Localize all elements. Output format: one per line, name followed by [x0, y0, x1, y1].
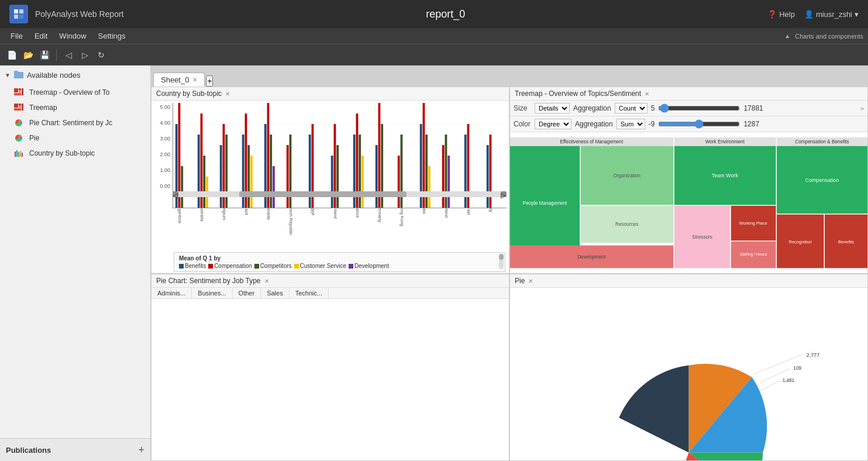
undo-forward-button[interactable]: ▷: [78, 48, 92, 62]
range1-max: 17881: [743, 104, 763, 112]
svg-rect-19: [16, 150, 18, 157]
cat-tab-technic[interactable]: Technic...: [290, 288, 329, 298]
help-icon: ❓: [767, 10, 777, 19]
sidebar-item-treemap[interactable]: Treemap: [0, 100, 150, 115]
svg-rect-60: [398, 156, 400, 208]
color-label: Color: [514, 120, 531, 128]
svg-rect-3: [19, 15, 23, 19]
y-axis: 5.00 4.00 3.00 2.00 1.00 0.00: [153, 103, 171, 190]
svg-rect-52: [336, 145, 339, 208]
pie-icon-2: [14, 134, 25, 142]
pie-panel-header: Pie ✕: [510, 274, 867, 288]
cat-tab-business[interactable]: Busines...: [192, 288, 232, 298]
treemap-icon-2: [14, 104, 25, 112]
svg-rect-8: [19, 91, 21, 92]
agg-select-1[interactable]: Count: [615, 103, 647, 113]
legend-label-competitors: Competitors: [260, 263, 292, 269]
undo-back-button[interactable]: ◁: [61, 48, 75, 62]
pie-chart-area: 2,777 109 1,481: [510, 288, 867, 460]
menu-bar: File Edit Window Settings ▲ Charts and c…: [0, 28, 868, 44]
svg-text:Stressors: Stressors: [692, 235, 712, 240]
svg-rect-50: [331, 156, 333, 208]
sidebar-item-treemap-overview[interactable]: Treemap - Overview of To: [0, 85, 150, 100]
folder-icon: [14, 70, 23, 80]
tab-bar: Sheet_0 ✕ +: [151, 66, 868, 87]
svg-rect-53: [353, 135, 356, 208]
color-select[interactable]: Degree: [535, 119, 571, 129]
help-button[interactable]: ❓ Help: [767, 10, 795, 19]
collapse-icon: ▼: [5, 72, 11, 78]
cat-tab-sales[interactable]: Sales: [261, 288, 290, 298]
legend-dot-competitors: [254, 264, 259, 269]
expand-treemap-icon[interactable]: »: [860, 105, 864, 112]
tab-close-sheet0[interactable]: ✕: [192, 77, 197, 83]
range1-slider[interactable]: [658, 104, 740, 113]
pie-sentiment-content: [151, 299, 509, 460]
legend-label-benefits: Benefits: [185, 263, 206, 269]
legend-item-development: Development: [349, 263, 389, 269]
cat-tab-other[interactable]: Other: [233, 288, 261, 298]
svg-rect-48: [309, 135, 311, 208]
svg-rect-40: [247, 145, 250, 208]
svg-text:Effectiveness of Management: Effectiveness of Management: [560, 139, 623, 145]
title-bar: PolyAnalyst Web Report report_0 ❓ Help 👤…: [0, 0, 868, 28]
cat-tab-adminis[interactable]: Adminis...: [151, 288, 192, 298]
pie-sentiment-close[interactable]: ✕: [264, 278, 269, 284]
pie-sentiment-title: Pie Chart: Sentiment by Job Type: [156, 277, 261, 285]
svg-rect-33: [203, 156, 205, 208]
right-controls: ❓ Help 👤 miusr_zshi ▾: [767, 10, 859, 19]
menu-window[interactable]: Window: [53, 28, 92, 44]
range1-min: 5: [651, 104, 655, 112]
scroll-thumb[interactable]: [239, 191, 407, 197]
scroll-right-arrow[interactable]: ▷: [501, 191, 507, 197]
expand-button[interactable]: ▲: [784, 33, 790, 39]
svg-text:Working Place: Working Place: [739, 221, 767, 226]
svg-rect-21: [20, 151, 21, 157]
range2-min: -9: [649, 120, 655, 128]
range2-slider[interactable]: [658, 119, 740, 129]
country-subtopic-panel: Country by Sub-topic ✕ 5.00 4.00 3.00 2.…: [151, 87, 509, 274]
tab-sheet0[interactable]: Sheet_0 ✕: [153, 73, 205, 87]
new-button[interactable]: 📄: [5, 48, 19, 62]
sidebar-item-country[interactable]: Country by Sub-topic: [0, 146, 150, 161]
y-label-3: 3.00: [154, 136, 170, 142]
size-select[interactable]: Details: [535, 103, 570, 113]
svg-text:Work Environment: Work Environment: [705, 139, 745, 145]
agg-select-2[interactable]: Sum: [616, 119, 645, 129]
svg-rect-38: [242, 135, 244, 208]
y-label-4: 4.00: [154, 120, 170, 126]
save-button[interactable]: 💾: [37, 48, 51, 62]
sheet-content: Country by Sub-topic ✕ 5.00 4.00 3.00 2.…: [151, 87, 868, 461]
country-subtopic-close[interactable]: ✕: [225, 91, 230, 97]
svg-rect-68: [447, 156, 450, 208]
svg-rect-20: [18, 152, 19, 157]
add-publications-button[interactable]: +: [138, 445, 144, 455]
legend-scrollbar[interactable]: [499, 254, 504, 269]
treemap-overview-close[interactable]: ✕: [645, 91, 649, 97]
app-icon: [9, 5, 28, 23]
user-button[interactable]: 👤 miusr_zshi ▾: [804, 10, 859, 19]
user-icon: 👤: [804, 10, 814, 19]
sidebar-item-pie-sentiment[interactable]: Pie Chart: Sentiment by Jc: [0, 115, 150, 130]
svg-line-121: [754, 355, 802, 374]
open-button[interactable]: 📂: [21, 48, 35, 62]
sidebar-item-pie[interactable]: Pie: [0, 130, 150, 146]
svg-rect-41: [250, 156, 253, 208]
svg-rect-7: [19, 88, 21, 91]
menu-settings[interactable]: Settings: [92, 28, 132, 44]
sidebar-item-label-country: Country by Sub-topic: [29, 149, 95, 157]
svg-rect-35: [220, 145, 222, 208]
scroll-left-arrow[interactable]: ◁: [173, 191, 178, 197]
chevron-down-icon: ▾: [855, 10, 859, 19]
pie-panel-close[interactable]: ✕: [528, 278, 533, 284]
sidebar-item-label-pie-sentiment: Pie Chart: Sentiment by Jc: [29, 119, 112, 127]
svg-rect-15: [14, 108, 21, 111]
menu-edit[interactable]: Edit: [29, 28, 53, 44]
refresh-button[interactable]: ↻: [94, 48, 108, 62]
menu-file[interactable]: File: [5, 28, 29, 44]
sidebar-header[interactable]: ▼ Available nodes: [0, 66, 150, 85]
chart-scrollbar[interactable]: ◁ ▷: [173, 191, 507, 197]
tab-add-button[interactable]: +: [206, 75, 213, 87]
svg-text:Czech Republic: Czech Republic: [288, 204, 294, 235]
svg-text:Organization: Organization: [613, 173, 640, 178]
